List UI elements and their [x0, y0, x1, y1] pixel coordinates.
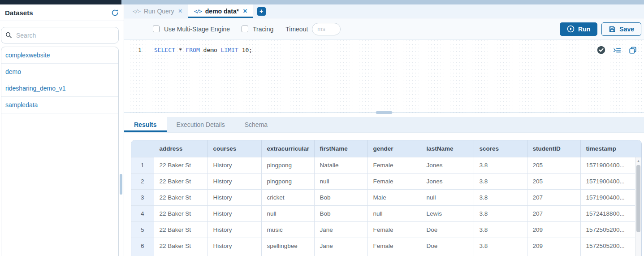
table-cell	[261, 254, 314, 256]
table-cell: Female	[367, 157, 421, 173]
column-header[interactable]: address	[154, 140, 207, 157]
table-cell: null	[261, 205, 314, 221]
code-icon: </>	[133, 9, 140, 14]
dataset-item[interactable]: ridesharing_demo_v1	[1, 80, 118, 97]
dataset-item[interactable]: demo	[1, 64, 118, 80]
column-header[interactable]: timestamp	[580, 140, 642, 157]
table-cell: 1571900400...	[580, 157, 642, 173]
datasets-sidebar: Datasets complexwebsitedemoridesharing_d…	[0, 0, 124, 256]
query-console: Datasets complexwebsitedemoridesharing_d…	[0, 0, 644, 256]
table-cell	[314, 254, 367, 256]
format-query-icon[interactable]	[613, 46, 621, 54]
results-table: addresscoursesextracurricularfirstNamege…	[131, 140, 642, 256]
column-header[interactable]: courses	[207, 140, 261, 157]
close-tab-icon[interactable]: ×	[243, 8, 247, 15]
table-cell: Jane	[314, 238, 367, 254]
multi-stage-checkbox[interactable]	[153, 26, 160, 32]
sidebar-scrollbar-thumb[interactable]	[120, 174, 122, 195]
row-number-cell: 3	[131, 189, 154, 205]
row-number-header	[131, 140, 154, 157]
table-row: 422 Baker StHistorynullBobnullLewis3.820…	[131, 205, 642, 221]
main-panel: </> Run Query × </> demo data* × + Use M…	[124, 0, 644, 256]
sql-code: SELECT * FROM demo LIMIT 10;	[154, 47, 252, 53]
row-number-cell	[131, 254, 154, 256]
table-cell: 3.8	[474, 189, 527, 205]
table-cell: Natalie	[314, 157, 367, 173]
table-cell: Lewis	[421, 205, 474, 221]
multi-stage-label: Use Multi-Stage Engine	[164, 26, 230, 33]
table-cell: pingpong	[261, 173, 314, 189]
table-cell: Bob	[314, 205, 367, 221]
table-cell: 209	[527, 238, 580, 254]
table-cell: 207	[527, 189, 580, 205]
table-cell: Female	[367, 173, 421, 189]
table-cell: 3.8	[474, 157, 527, 173]
close-tab-icon[interactable]: ×	[178, 8, 182, 15]
table-scrollbar[interactable]: ▲	[635, 157, 641, 256]
top-strip	[124, 0, 644, 4]
floppy-disk-icon	[609, 26, 616, 33]
table-cell: Doe	[421, 221, 474, 238]
table-cell	[474, 254, 527, 256]
table-cell: 3.8	[474, 221, 527, 238]
table-row: 122 Baker StHistorypingpongNatalieFemale…	[131, 157, 642, 173]
query-valid-icon	[597, 46, 605, 54]
dataset-item[interactable]: sampledata	[1, 97, 118, 113]
scroll-up-icon[interactable]: ▲	[635, 157, 641, 164]
tracing-group: Tracing	[242, 26, 273, 33]
table-cell: 22 Baker St	[154, 189, 207, 205]
table-cell: 205	[527, 173, 580, 189]
table-header-row: addresscoursesextracurricularfirstNamege…	[131, 140, 642, 157]
table-cell	[207, 254, 261, 256]
tab-schema[interactable]: Schema	[235, 117, 277, 132]
save-button[interactable]: Save	[601, 22, 641, 36]
timeout-label: Timeout	[285, 26, 308, 33]
sql-token: LIMIT	[221, 47, 238, 53]
table-row-partial	[131, 254, 642, 256]
dataset-list: complexwebsitedemoridesharing_demo_v1sam…	[1, 47, 119, 256]
resize-handle[interactable]	[376, 111, 393, 114]
tab-demo-data[interactable]: </> demo data* ×	[188, 4, 253, 18]
sql-token: demo	[200, 47, 221, 53]
refresh-icon[interactable]	[111, 9, 119, 17]
table-cell: cricket	[261, 189, 314, 205]
tab-run-query[interactable]: </> Run Query ×	[127, 4, 188, 18]
new-tab-button[interactable]: +	[257, 7, 266, 16]
editor-tabbar: </> Run Query × </> demo data* × +	[124, 4, 644, 18]
table-cell: Female	[367, 221, 421, 238]
table-cell: pingpong	[261, 157, 314, 173]
table-cell: 3.8	[474, 238, 527, 254]
row-number-cell: 6	[131, 238, 154, 254]
sql-editor[interactable]: 1 SELECT * FROM demo LIMIT 10;	[124, 39, 644, 113]
table-cell: null	[367, 205, 421, 221]
table-cell	[154, 254, 207, 256]
tracing-checkbox[interactable]	[242, 26, 248, 32]
column-header[interactable]: scores	[474, 140, 527, 157]
table-scrollbar-thumb[interactable]	[636, 165, 640, 232]
column-header[interactable]: gender	[367, 140, 421, 157]
column-header[interactable]: lastName	[421, 140, 474, 157]
row-number-cell: 4	[131, 205, 154, 221]
column-header[interactable]: studentID	[527, 140, 580, 157]
table-cell: History	[207, 157, 261, 173]
tab-execution-details[interactable]: Execution Details	[167, 117, 235, 132]
table-cell: History	[207, 173, 261, 189]
table-row: 222 Baker StHistorypingpongnullFemaleJon…	[131, 173, 642, 189]
copy-query-icon[interactable]	[629, 46, 637, 54]
table-cell: 22 Baker St	[154, 205, 207, 221]
tab-label: demo data*	[205, 8, 239, 15]
column-header[interactable]: firstName	[314, 140, 367, 157]
table-cell: 22 Baker St	[154, 221, 207, 238]
tab-results[interactable]: Results	[124, 117, 167, 132]
table-cell	[367, 254, 421, 256]
sql-token: *	[175, 47, 186, 53]
column-header[interactable]: extracurricular	[261, 140, 314, 157]
table-cell	[527, 254, 580, 256]
table-cell: Bob	[314, 189, 367, 205]
run-button[interactable]: Run	[560, 22, 597, 36]
search-input[interactable]	[16, 32, 114, 39]
table-cell: null	[314, 173, 367, 189]
code-icon: </>	[194, 9, 202, 14]
timeout-input[interactable]	[312, 23, 341, 35]
dataset-item[interactable]: complexwebsite	[1, 47, 118, 64]
